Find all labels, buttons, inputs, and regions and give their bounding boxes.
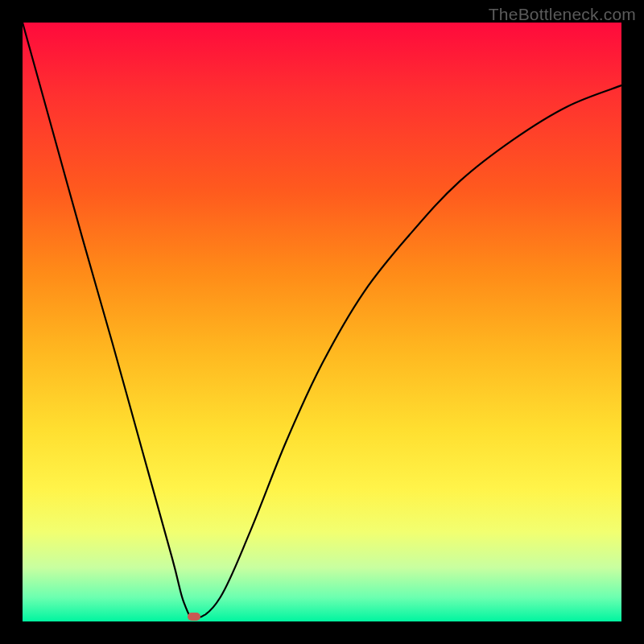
watermark-text: TheBottleneck.com: [489, 5, 636, 24]
plot-area: [23, 23, 621, 621]
chart-frame: TheBottleneck.com: [0, 0, 644, 644]
minimum-marker: [188, 613, 200, 621]
bottleneck-curve: [23, 23, 621, 618]
curve-svg: [23, 23, 621, 621]
